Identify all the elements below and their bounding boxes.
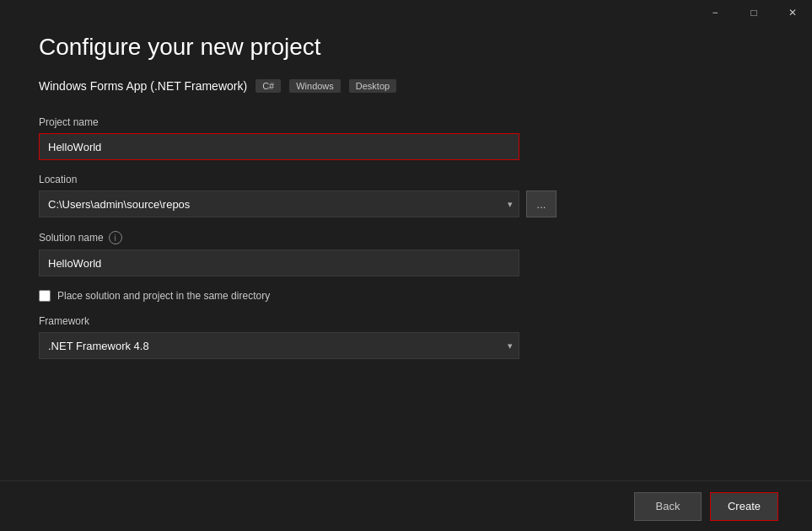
location-label: Location — [39, 174, 773, 185]
tag-csharp: C# — [255, 79, 281, 93]
location-section: Location ... — [39, 174, 773, 217]
project-name-label: Project name — [39, 116, 773, 128]
location-select-wrapper — [39, 190, 519, 217]
project-name-section: Project name — [39, 116, 773, 160]
same-directory-label[interactable]: Place solution and project in the same d… — [57, 290, 270, 302]
create-button[interactable]: Create — [710, 492, 778, 521]
project-type-label: Windows Forms App (.NET Framework) — [39, 79, 247, 93]
titlebar: − □ ✕ — [696, 0, 812, 25]
framework-label: Framework — [39, 315, 773, 327]
page-title: Configure your new project — [39, 34, 773, 61]
maximize-button[interactable]: □ — [734, 0, 773, 25]
same-directory-row: Place solution and project in the same d… — [39, 290, 773, 302]
browse-button[interactable]: ... — [526, 190, 557, 217]
project-name-input[interactable] — [39, 133, 519, 160]
location-row: ... — [39, 190, 773, 217]
tag-windows: Windows — [289, 79, 341, 93]
bottom-bar: Back Create — [0, 480, 812, 531]
minimize-button[interactable]: − — [696, 0, 734, 25]
framework-section: Framework .NET Framework 4.8 .NET Framew… — [39, 315, 773, 359]
back-button[interactable]: Back — [634, 492, 702, 521]
main-content: Configure your new project Windows Forms… — [0, 0, 812, 406]
info-icon[interactable]: i — [109, 231, 122, 244]
solution-name-label: Solution name i — [39, 231, 773, 244]
solution-name-input[interactable] — [39, 249, 519, 276]
framework-select-wrapper: .NET Framework 4.8 .NET Framework 4.7.2 … — [39, 332, 519, 359]
same-directory-checkbox[interactable] — [39, 290, 51, 302]
tag-desktop: Desktop — [349, 79, 396, 93]
project-type-row: Windows Forms App (.NET Framework) C# Wi… — [39, 79, 773, 93]
solution-name-section: Solution name i — [39, 231, 773, 276]
close-button[interactable]: ✕ — [773, 0, 812, 25]
location-input[interactable] — [39, 190, 519, 217]
framework-select[interactable]: .NET Framework 4.8 .NET Framework 4.7.2 … — [39, 332, 519, 359]
